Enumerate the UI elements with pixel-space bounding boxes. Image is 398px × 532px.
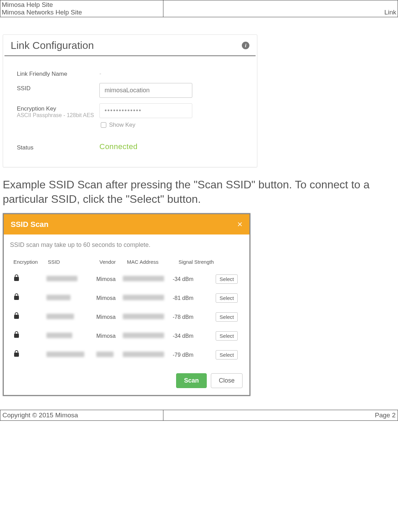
encryption-key-label: Encryption Key [17, 105, 99, 112]
row-signal: -81 dBm [173, 295, 216, 301]
row-vendor: Mimosa [96, 295, 123, 301]
blurred-ssid [46, 276, 77, 281]
page-footer: Copyright © 2015 Mimosa Page 2 [0, 410, 398, 421]
select-button[interactable]: Select [216, 274, 238, 284]
footer-copyright: Copyright © 2015 Mimosa [0, 410, 163, 421]
blurred-vendor [96, 352, 114, 357]
status-label: Status [17, 142, 99, 151]
header-title-1: Mimosa Help Site [2, 1, 162, 9]
scan-button[interactable]: Scan [176, 373, 207, 388]
blurred-mac [123, 333, 164, 338]
lock-icon [14, 277, 19, 281]
header-title-2: Mimosa Networks Help Site [2, 9, 162, 16]
table-row: Mimosa -34 dBm Select [10, 326, 243, 345]
col-encryption: Encryption [13, 259, 48, 265]
ssid-scan-modal: SSID Scan × SSID scan may take up to 60 … [3, 213, 250, 396]
row-vendor: Mimosa [96, 333, 123, 339]
select-button[interactable]: Select [216, 293, 238, 303]
ssid-input[interactable] [99, 83, 192, 98]
blurred-mac [123, 314, 164, 319]
row-signal: -79 dBm [173, 352, 216, 358]
link-friendly-name-label: Link Friendly Name [17, 69, 99, 77]
select-button[interactable]: Select [216, 312, 238, 322]
ssid-label: SSID [17, 83, 99, 92]
lock-icon [14, 296, 19, 300]
show-key-checkbox[interactable] [101, 122, 106, 128]
table-row: Mimosa -34 dBm Select [10, 270, 243, 289]
page-header: Mimosa Help Site Mimosa Networks Help Si… [0, 0, 398, 17]
lock-icon [14, 334, 19, 338]
row-signal: -78 dBm [173, 314, 216, 320]
caption-text: Example SSID Scan after pressing the "Sc… [3, 178, 395, 206]
modal-note: SSID scan may take up to 60 seconds to c… [10, 241, 243, 249]
blurred-ssid [46, 352, 84, 357]
blurred-mac [123, 276, 164, 281]
footer-page: Page 2 [163, 410, 398, 421]
scan-table-header: Encryption SSID Vendor MAC Address Signa… [10, 257, 243, 270]
lock-icon [14, 315, 19, 319]
encryption-key-sublabel: ASCII Passphrase - 128bit AES [17, 112, 99, 118]
blurred-ssid [46, 314, 74, 319]
close-icon[interactable]: × [237, 219, 243, 230]
blurred-mac [123, 352, 164, 357]
row-signal: -34 dBm [173, 333, 216, 339]
link-friendly-name-value: - [99, 69, 247, 77]
col-signal: Signal Strength [179, 259, 223, 265]
modal-title: SSID Scan [11, 220, 49, 229]
row-signal: -34 dBm [173, 276, 216, 282]
row-vendor: Mimosa [96, 276, 123, 282]
blurred-ssid [46, 333, 72, 338]
encryption-key-input[interactable] [99, 103, 192, 118]
lock-icon [14, 353, 19, 357]
col-ssid: SSID [48, 259, 99, 265]
table-row: Mimosa -78 dBm Select [10, 307, 243, 326]
col-mac: MAC Address [127, 259, 179, 265]
panel-title: Link Configuration [11, 40, 94, 51]
table-row: -79 dBm Select [10, 345, 243, 364]
show-key-label: Show Key [109, 122, 136, 128]
col-vendor: Vendor [99, 259, 127, 265]
header-right-label: Link [163, 0, 398, 17]
select-button[interactable]: Select [216, 331, 238, 341]
select-button[interactable]: Select [216, 350, 238, 359]
link-configuration-panel: Link Configuration i Link Friendly Name … [3, 34, 257, 167]
close-button[interactable]: Close [211, 373, 243, 388]
blurred-mac [123, 295, 164, 300]
info-icon[interactable]: i [242, 42, 249, 49]
blurred-ssid [46, 295, 71, 300]
status-value: Connected [99, 142, 247, 151]
row-vendor: Mimosa [96, 314, 123, 320]
table-row: Mimosa -81 dBm Select [10, 289, 243, 307]
